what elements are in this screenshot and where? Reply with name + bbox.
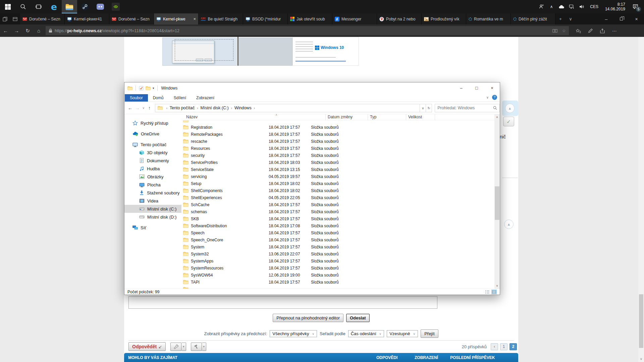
- browser-tab[interactable]: Pobyt na 2 nebo: [377, 13, 422, 24]
- address-dropdown-icon[interactable]: ∨: [420, 104, 426, 112]
- tab-soubor[interactable]: Soubor: [125, 94, 148, 102]
- sort-field-select[interactable]: Čas odeslání∨: [348, 330, 384, 337]
- sidebar-item-rychl-p-stup[interactable]: Rychlý přístup: [124, 119, 181, 127]
- browser-tab[interactable]: Děčín plný zážit: [511, 13, 555, 24]
- moderator-tools-button[interactable]: [191, 343, 202, 351]
- properties-check-icon[interactable]: [139, 86, 144, 90]
- back-icon[interactable]: ←: [0, 28, 11, 34]
- topic-tools-button[interactable]: [170, 343, 181, 351]
- sidebar-item-videa[interactable]: Videa: [124, 197, 181, 205]
- submit-button[interactable]: Odeslat: [346, 314, 370, 322]
- web-note-pen-icon[interactable]: [586, 28, 595, 33]
- people-icon[interactable]: [536, 0, 546, 13]
- page-button-2[interactable]: 2: [509, 343, 517, 350]
- add-favorite-star-icon[interactable]: ☆: [562, 28, 566, 33]
- file-row[interactable]: ShellComponents18.04.2019 18:02Složka so…: [181, 187, 494, 194]
- tray-clock[interactable]: 8:17 14.06.2019: [602, 2, 629, 11]
- browser-tab[interactable]: Kernel-pkwer41: [65, 13, 109, 24]
- sidebar-item-sta-en-soubory[interactable]: Stažené soubory: [124, 189, 181, 197]
- file-row[interactable]: rescache18.04.2019 17:57Složka souborů: [181, 138, 494, 145]
- scroll-top-button[interactable]: ▲: [504, 220, 514, 229]
- page-scrollbar-thumb[interactable]: [639, 294, 643, 348]
- file-explorer-taskbar-icon[interactable]: [62, 0, 77, 13]
- file-row[interactable]: SystemApps18.04.2019 17:57Složka souborů: [181, 257, 494, 264]
- file-row[interactable]: SystemResources18.04.2019 17:57Složka so…: [181, 264, 494, 272]
- sidebar-item-hudba[interactable]: Hudba: [124, 165, 181, 173]
- breadcrumb[interactable]: › Tento počítač › Místní disk (C:) › Win…: [155, 104, 420, 112]
- file-row[interactable]: ServiceState19.04.2019 13:15Složka soubo…: [181, 166, 494, 173]
- tab-domu[interactable]: Domů: [148, 94, 169, 102]
- reading-view-icon[interactable]: [552, 29, 557, 33]
- file-row[interactable]: schemas18.04.2019 17:57Složka souborů: [181, 208, 494, 215]
- file-row[interactable]: Setup18.04.2019 18:02Složka souborů: [181, 180, 494, 187]
- explorer-back-icon[interactable]: ←: [126, 105, 134, 111]
- file-row[interactable]: System3213.06.2019 22:07Složka souborů: [181, 250, 494, 257]
- column-header-name[interactable]: Název: [184, 114, 326, 120]
- moderator-tools-dropdown-icon[interactable]: ▾: [202, 343, 207, 351]
- sidebar-item-obr-zky[interactable]: Obrázky: [124, 173, 181, 181]
- home-icon[interactable]: ⌂: [33, 28, 44, 34]
- browser-tab[interactable]: Jak otevřít soub: [288, 13, 332, 24]
- page-scrollbar[interactable]: ∨: [638, 37, 644, 362]
- new-tab-button[interactable]: +: [555, 13, 566, 24]
- task-view-taskbar-icon[interactable]: [31, 0, 46, 13]
- sidebar-item-plocha[interactable]: Plocha: [124, 181, 181, 189]
- discord-taskbar-icon[interactable]: [93, 0, 108, 13]
- sidebar-item-m-stn-disk-c-[interactable]: Místní disk (C:): [124, 205, 181, 213]
- tab-list-chevron-icon[interactable]: ∨: [566, 13, 576, 24]
- start-taskbar-icon[interactable]: [0, 0, 15, 13]
- sort-order-select[interactable]: Vzestupně∨: [387, 330, 418, 337]
- explorer-maximize-button[interactable]: □: [469, 82, 484, 94]
- network-icon[interactable]: [567, 0, 577, 13]
- browser-close-button[interactable]: ×: [629, 13, 644, 24]
- new-folder-icon[interactable]: [146, 86, 151, 90]
- topic-tools-dropdown-icon[interactable]: ▾: [181, 343, 186, 351]
- up-one-level-icon[interactable]: ↑: [146, 105, 153, 111]
- breadcrumb-item-windows[interactable]: Windows: [234, 106, 252, 110]
- file-row[interactable]: ServiceProfiles18.04.2019 18:03Složka so…: [181, 159, 494, 166]
- help-icon[interactable]: ?: [492, 95, 497, 100]
- explorer-minimize-button[interactable]: –: [453, 82, 469, 94]
- breadcrumb-item-drive[interactable]: Místní disk (C:): [201, 106, 229, 110]
- history-chevron-icon[interactable]: ∨: [141, 106, 146, 110]
- ribbon-expand-chevron-icon[interactable]: ∨: [486, 96, 489, 99]
- previous-page-button[interactable]: ‹: [491, 343, 498, 350]
- edge-taskbar-icon[interactable]: e: [46, 0, 62, 13]
- tab-preview-icon[interactable]: [10, 13, 20, 24]
- onedrive-tray-icon[interactable]: [556, 0, 567, 13]
- file-row[interactable]: Registration18.04.2019 17:57Složka soubo…: [181, 124, 494, 131]
- column-header-date[interactable]: Datum změny: [326, 114, 368, 120]
- tab-sdileni[interactable]: Sdílení: [169, 94, 191, 102]
- column-header-type[interactable]: Typ: [368, 114, 406, 120]
- breadcrumb-item-computer[interactable]: Tento počítač: [170, 106, 195, 110]
- file-row[interactable]: servicing04.05.2019 19:57Složka souborů: [181, 173, 494, 180]
- explorer-refresh-icon[interactable]: ↻: [426, 104, 432, 112]
- scrollbar-thumb[interactable]: [495, 186, 499, 220]
- more-options-icon[interactable]: ⋯: [610, 28, 619, 34]
- accept-post-button[interactable]: ✓: [503, 117, 514, 126]
- browser-tab[interactable]: Prodloužený vík: [422, 13, 466, 24]
- scroll-top-button[interactable]: ▲: [505, 104, 515, 113]
- scroll-up-icon[interactable]: ∧: [496, 114, 498, 119]
- browser-tab[interactable]: CZCBe quiet! Straigh: [199, 13, 243, 24]
- explorer-titlebar[interactable]: ▾ Windows – □ ×: [124, 82, 500, 94]
- file-row[interactable]: security18.04.2019 17:57Složka souborů: [181, 152, 494, 159]
- tray-chevron-up-icon[interactable]: ∧: [546, 0, 556, 13]
- browser-tab[interactable]: Messenger: [332, 13, 377, 24]
- steam-taskbar-icon[interactable]: [77, 0, 93, 13]
- file-row[interactable]: SysWOW6412.06.2019 19:00Složka souborů: [181, 272, 494, 279]
- details-view-icon[interactable]: [491, 290, 497, 294]
- sidebar-item-s-[interactable]: Síť: [124, 224, 181, 232]
- url-field[interactable]: https://pc-help.cnews.cz/viewtopic.php?f…: [46, 26, 569, 35]
- column-header-size[interactable]: Velikost: [406, 114, 435, 120]
- go-button[interactable]: Přejít: [421, 329, 438, 338]
- browser-tab[interactable]: Romantika ve m: [466, 13, 511, 24]
- reply-editor-box[interactable]: [128, 296, 437, 309]
- full-editor-button[interactable]: Přepnout na plnohodnotný editor: [273, 314, 343, 322]
- sidebar-item-3d-objekty[interactable]: 3D objekty: [124, 148, 181, 157]
- file-row[interactable]: ShellExperiences04.05.2019 22:05Složka s…: [181, 194, 494, 201]
- forward-icon[interactable]: →: [11, 28, 22, 34]
- explorer-forward-icon[interactable]: →: [134, 105, 141, 111]
- browser-tab[interactable]: Doručené – Sezn: [20, 13, 65, 24]
- volume-icon[interactable]: [577, 0, 587, 13]
